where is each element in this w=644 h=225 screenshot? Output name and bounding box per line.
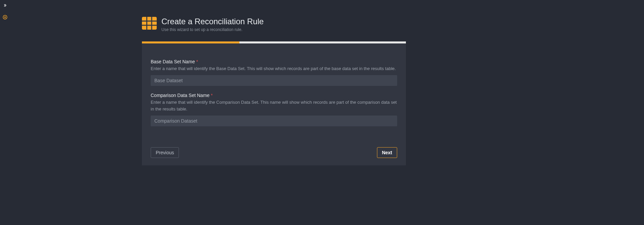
form-body: Base Data Set Name * Enter a name that w… <box>142 43 406 137</box>
svg-rect-3 <box>142 17 157 30</box>
base-dataset-description: Enter a name that will identify the Base… <box>151 65 397 72</box>
page-title: Create a Reconciliation Rule <box>161 17 264 27</box>
wizard-footer: Previous Next <box>142 136 406 158</box>
required-indicator: * <box>196 59 198 64</box>
sidebar <box>0 0 10 225</box>
required-indicator: * <box>211 93 213 98</box>
progress-fill <box>142 41 239 43</box>
main-content: Create a Reconciliation Rule Use this wi… <box>10 0 644 165</box>
add-icon[interactable] <box>3 15 7 20</box>
base-dataset-input[interactable] <box>151 75 397 86</box>
label-text: Base Data Set Name <box>151 59 195 64</box>
comparison-dataset-input[interactable] <box>151 116 397 126</box>
base-dataset-label: Base Data Set Name * <box>151 59 397 64</box>
wizard-header: Create a Reconciliation Rule Use this wi… <box>142 17 406 32</box>
progress-bar <box>142 41 406 43</box>
base-dataset-group: Base Data Set Name * Enter a name that w… <box>151 59 397 86</box>
comparison-dataset-description: Enter a name that will identify the Comp… <box>151 99 397 112</box>
label-text: Comparison Data Set Name <box>151 93 210 98</box>
previous-button[interactable]: Previous <box>151 147 179 158</box>
page-subtitle: Use this wizard to set up a reconciliati… <box>161 27 264 32</box>
table-grid-icon <box>142 17 157 30</box>
comparison-dataset-group: Comparison Data Set Name * Enter a name … <box>151 93 397 126</box>
next-button[interactable]: Next <box>377 147 397 158</box>
wizard-container: Create a Reconciliation Rule Use this wi… <box>142 17 406 165</box>
expand-sidebar-icon[interactable] <box>3 3 7 7</box>
wizard-card: Base Data Set Name * Enter a name that w… <box>142 41 406 166</box>
comparison-dataset-label: Comparison Data Set Name * <box>151 93 397 98</box>
